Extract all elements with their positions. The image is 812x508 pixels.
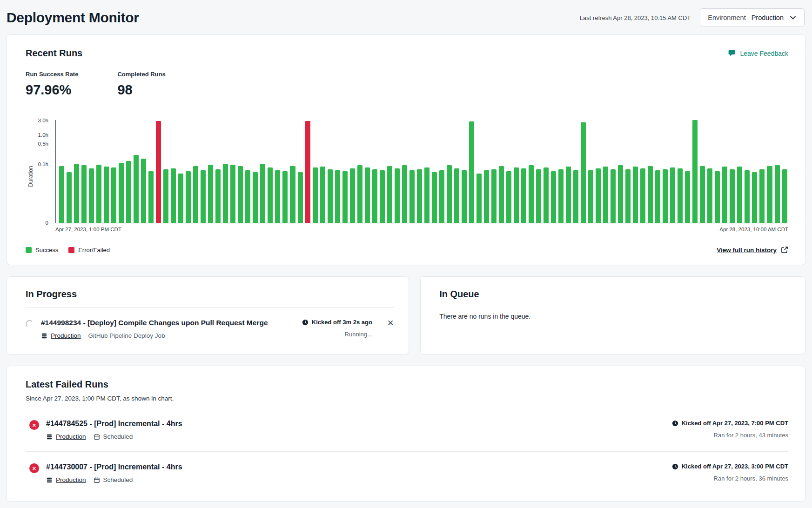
leave-feedback-link[interactable]: Leave Feedback bbox=[728, 49, 788, 57]
run-bar-success[interactable] bbox=[759, 169, 765, 223]
run-bar-success[interactable] bbox=[685, 171, 690, 223]
run-bar-success[interactable] bbox=[148, 171, 154, 223]
run-bar-success[interactable] bbox=[409, 170, 415, 223]
run-bar-success[interactable] bbox=[491, 169, 497, 223]
run-bar-success[interactable] bbox=[238, 166, 243, 223]
run-bar-success[interactable] bbox=[395, 168, 400, 223]
run-bar-success[interactable] bbox=[372, 169, 377, 223]
run-bar-success[interactable] bbox=[737, 167, 742, 223]
run-bar-success[interactable] bbox=[551, 171, 556, 223]
run-bar-success[interactable] bbox=[752, 172, 757, 223]
run-bar-success[interactable] bbox=[775, 165, 780, 223]
run-bar-success[interactable] bbox=[320, 167, 325, 223]
run-bar-success[interactable] bbox=[253, 172, 258, 223]
run-bar-success[interactable] bbox=[74, 164, 79, 223]
run-bar-success[interactable] bbox=[767, 166, 772, 223]
run-bar-success[interactable] bbox=[611, 169, 616, 223]
run-bar-success[interactable] bbox=[588, 170, 593, 223]
run-bar-success[interactable] bbox=[171, 168, 176, 223]
run-bar-success[interactable] bbox=[335, 170, 340, 223]
run-bar-success[interactable] bbox=[581, 122, 586, 223]
run-bar-success[interactable] bbox=[230, 165, 235, 223]
run-bar-success[interactable] bbox=[722, 167, 727, 223]
run-bar-success[interactable] bbox=[678, 168, 683, 223]
run-bar-success[interactable] bbox=[745, 170, 750, 223]
run-bar-success[interactable] bbox=[447, 165, 452, 223]
run-bar-success[interactable] bbox=[529, 165, 534, 223]
run-bar-success[interactable] bbox=[298, 172, 303, 223]
run-bar-success[interactable] bbox=[439, 170, 444, 223]
run-bar-success[interactable] bbox=[313, 167, 318, 223]
run-bar-success[interactable] bbox=[119, 163, 124, 223]
run-bar-success[interactable] bbox=[104, 167, 109, 223]
run-bar-success[interactable] bbox=[402, 165, 407, 223]
run-bar-success[interactable] bbox=[454, 168, 459, 223]
run-bar-success[interactable] bbox=[163, 169, 168, 223]
run-bar-success[interactable] bbox=[424, 167, 429, 223]
run-bar-success[interactable] bbox=[536, 169, 541, 223]
run-bar-success[interactable] bbox=[290, 166, 295, 223]
run-bar-success[interactable] bbox=[275, 170, 280, 223]
run-bar-success[interactable] bbox=[342, 171, 348, 223]
run-bar-success[interactable] bbox=[700, 166, 705, 223]
run-bar-success[interactable] bbox=[633, 167, 638, 223]
run-bar-success[interactable] bbox=[715, 171, 720, 223]
close-icon[interactable]: ✕ bbox=[386, 319, 395, 327]
run-bar-success[interactable] bbox=[328, 169, 333, 223]
run-bar-success[interactable] bbox=[417, 169, 422, 223]
environment-link[interactable]: Production bbox=[41, 332, 81, 339]
run-bar-success[interactable] bbox=[782, 169, 787, 223]
run-bar-success[interactable] bbox=[186, 171, 191, 223]
run-bar-success[interactable] bbox=[432, 172, 437, 223]
run-bar-success[interactable] bbox=[521, 168, 526, 223]
run-bar-success[interactable] bbox=[476, 174, 482, 223]
run-bar-success[interactable] bbox=[573, 170, 578, 223]
run-bar-success[interactable] bbox=[566, 167, 571, 223]
run-bar-success[interactable] bbox=[655, 170, 660, 223]
run-bar-success[interactable] bbox=[350, 168, 355, 223]
run-bar-error[interactable] bbox=[305, 121, 310, 223]
run-bar-success[interactable] bbox=[111, 167, 116, 223]
run-bar-success[interactable] bbox=[640, 168, 645, 223]
run-bar-success[interactable] bbox=[268, 167, 273, 223]
run-bar-success[interactable] bbox=[134, 155, 139, 223]
run-bar-success[interactable] bbox=[670, 167, 675, 223]
run-bar-success[interactable] bbox=[506, 171, 511, 223]
run-bar-success[interactable] bbox=[357, 165, 362, 223]
run-bar-success[interactable] bbox=[387, 166, 392, 223]
run-bar-success[interactable] bbox=[648, 166, 653, 223]
run-bar-success[interactable] bbox=[282, 171, 288, 223]
view-full-run-history-link[interactable]: View full run history bbox=[717, 246, 788, 254]
run-bar-success[interactable] bbox=[514, 167, 519, 223]
run-bar-success[interactable] bbox=[618, 165, 623, 223]
run-bar-success[interactable] bbox=[141, 159, 146, 223]
run-bar-success[interactable] bbox=[67, 172, 72, 223]
run-bar-success[interactable] bbox=[81, 165, 87, 223]
run-bar-success[interactable] bbox=[96, 165, 101, 223]
run-bar-success[interactable] bbox=[707, 168, 712, 223]
run-bar-success[interactable] bbox=[89, 168, 94, 223]
run-bar-success[interactable] bbox=[245, 170, 250, 223]
run-bar-success[interactable] bbox=[730, 169, 735, 223]
run-bar-success[interactable] bbox=[469, 121, 474, 223]
run-bar-success[interactable] bbox=[178, 174, 183, 223]
run-bar-success[interactable] bbox=[201, 170, 206, 223]
run-bar-success[interactable] bbox=[544, 167, 549, 223]
run-bar-success[interactable] bbox=[380, 170, 385, 223]
run-bar-success[interactable] bbox=[208, 165, 213, 223]
run-bar-success[interactable] bbox=[499, 166, 504, 223]
run-bar-success[interactable] bbox=[596, 168, 601, 223]
run-bar-success[interactable] bbox=[603, 167, 608, 223]
run-bar-success[interactable] bbox=[365, 167, 370, 223]
run-bar-success[interactable] bbox=[223, 164, 228, 223]
run-bar-success[interactable] bbox=[215, 169, 221, 223]
run-bar-success[interactable] bbox=[462, 170, 467, 223]
run-bar-success[interactable] bbox=[193, 166, 198, 223]
environment-dropdown[interactable]: Environment Production bbox=[700, 8, 805, 27]
run-bar-success[interactable] bbox=[260, 164, 265, 223]
run-bar-success[interactable] bbox=[126, 161, 131, 223]
environment-link[interactable]: Production bbox=[46, 476, 86, 483]
run-bar-error[interactable] bbox=[156, 121, 161, 223]
run-bar-success[interactable] bbox=[625, 169, 631, 223]
environment-link[interactable]: Production bbox=[46, 433, 86, 440]
